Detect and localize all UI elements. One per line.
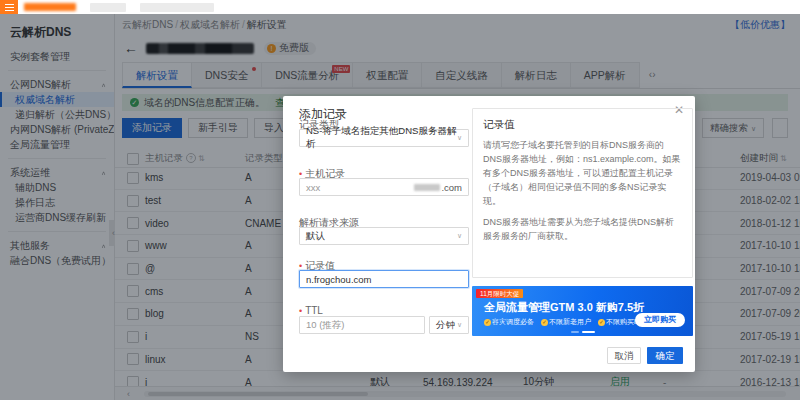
confirm-button[interactable]: 确定 bbox=[647, 347, 683, 364]
required-dot: • bbox=[299, 306, 302, 316]
top-nav-item-censored[interactable] bbox=[90, 3, 126, 12]
chevron-down-icon: ∨ bbox=[457, 321, 462, 329]
chevron-down-icon: ∨ bbox=[457, 232, 462, 240]
help-title: 记录值 bbox=[483, 118, 682, 132]
top-navbar bbox=[0, 0, 800, 15]
banner-feature-label: 容灾调度必备 bbox=[492, 318, 534, 325]
tencent-cloud-logo[interactable] bbox=[24, 3, 76, 11]
carousel-dot[interactable] bbox=[571, 331, 579, 333]
add-record-modal: 添加记录 ✕ 记录类型 NS-将子域名指定其他DNS服务器解析∨ •主机记录 x… bbox=[283, 96, 695, 372]
ttl-input[interactable]: 10 (推荐) bbox=[299, 316, 425, 334]
ttl-label: •TTL bbox=[299, 305, 323, 316]
line-select[interactable]: 默认∨ bbox=[299, 227, 469, 245]
host-domain-suffix: .com bbox=[414, 182, 462, 193]
promo-ribbon: 11月限时大促 bbox=[476, 289, 523, 298]
help-paragraph: 请填写您子域名要托管到的目标DNS服务商的DNS服务器地址，例如：ns1.exa… bbox=[483, 139, 682, 209]
hamburger-menu-icon[interactable] bbox=[0, 0, 18, 14]
value-input[interactable]: n.frogchou.com bbox=[299, 270, 469, 288]
host-input[interactable]: xxx .com bbox=[299, 178, 469, 196]
carousel-dots bbox=[571, 331, 595, 333]
checkmark-icon: ✓ bbox=[541, 319, 548, 326]
banner-features: ✓容灾调度必备✓不限新老用户✓不限购买时长 bbox=[484, 317, 648, 327]
record-value-help-panel: 记录值 请填写您子域名要托管到的目标DNS服务商的DNS服务器地址，例如：ns1… bbox=[472, 108, 693, 278]
record-type-select[interactable]: NS-将子域名指定其他DNS服务器解析∨ bbox=[299, 129, 469, 147]
banner-feature: ✓容灾调度必备 bbox=[484, 317, 534, 327]
top-nav-item-censored[interactable] bbox=[140, 3, 214, 12]
help-paragraph: DNS服务器地址需要从为您子域名提供DNS解析服务服务的厂商获取。 bbox=[483, 216, 682, 244]
banner-feature: ✓不限新老用户 bbox=[541, 317, 591, 327]
carousel-dot[interactable] bbox=[582, 331, 595, 333]
cancel-button[interactable]: 取消 bbox=[607, 347, 641, 364]
banner-title: 全局流量管理GTM 3.0 新购7.5折 bbox=[484, 300, 644, 315]
checkmark-icon: ✓ bbox=[484, 319, 491, 326]
gtm-promo-banner[interactable]: 11月限时大促 全局流量管理GTM 3.0 新购7.5折 ✓容灾调度必备✓不限新… bbox=[472, 286, 693, 336]
chevron-down-icon: ∨ bbox=[457, 134, 462, 142]
console-screen: 云解析DNS 实例套餐管理公网DNS解析∧权威域名解析递归解析（公共DNS）内网… bbox=[0, 0, 800, 400]
ttl-unit-select[interactable]: 分钟∨ bbox=[429, 316, 469, 334]
buy-now-button[interactable]: 立即购买 bbox=[635, 313, 685, 327]
checkmark-icon: ✓ bbox=[598, 319, 605, 326]
banner-feature-label: 不限新老用户 bbox=[549, 318, 591, 325]
domain-censored bbox=[414, 184, 440, 191]
